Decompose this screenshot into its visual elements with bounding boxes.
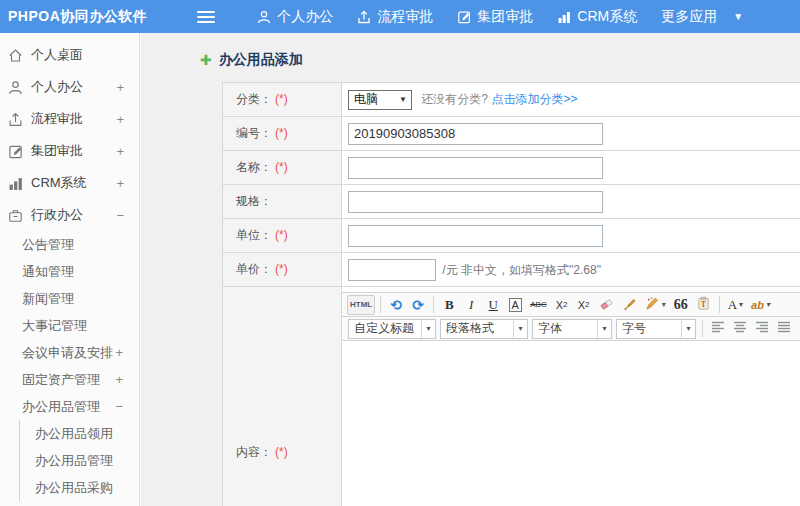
insert-link-button[interactable] [796, 319, 800, 339]
sidebar-item-office-supplies-mgmt[interactable]: 办公用品管理 − [0, 393, 139, 420]
sidebar-item-supplies-purchase[interactable]: 办公用品采购 [20, 474, 139, 501]
sidebar-item-label: 个人桌面 [31, 46, 83, 64]
custom-title-select[interactable]: 自定义标题 ▾ [348, 319, 436, 339]
nav-label: 集团审批 [477, 8, 533, 26]
paragraph-format-select[interactable]: 段落格式 ▾ [440, 319, 528, 339]
content-label: 内容：(*) [223, 287, 342, 506]
sidebar-item-label: 办公用品领用 [35, 425, 113, 443]
nav-crm-system[interactable]: CRM系统 [545, 0, 649, 33]
sidebar-item-label: 固定资产管理 [22, 371, 100, 389]
sidebar-item-news-mgmt[interactable]: 新闻管理 [0, 285, 139, 312]
caret-down-icon: ▾ [739, 300, 743, 309]
align-center-button[interactable] [730, 319, 750, 339]
sidebar-item-group-approval[interactable]: 集团审批 + [0, 135, 139, 167]
price-input[interactable] [348, 259, 436, 281]
align-justify-icon [777, 321, 791, 336]
sidebar-item-personal-desktop[interactable]: 个人桌面 [0, 39, 139, 71]
sidebar-item-meeting-mgmt[interactable]: 会议申请及安排 + [0, 339, 139, 366]
subscript-button[interactable]: X2 [574, 295, 594, 315]
sidebar-item-personal-office[interactable]: 个人办公 + [0, 71, 139, 103]
bold-button[interactable]: B [439, 295, 459, 315]
expand-toggle[interactable]: + [116, 144, 124, 159]
sidebar-item-label: 流程审批 [31, 110, 83, 128]
sidebar-item-label: 新闻管理 [22, 290, 74, 308]
sidebar-item-crm-system[interactable]: CRM系统 + [0, 167, 139, 199]
sidebar-item-label: 集团审批 [31, 142, 83, 160]
expand-toggle[interactable]: + [115, 345, 123, 360]
align-left-button[interactable] [708, 319, 728, 339]
collapse-toggle[interactable]: − [115, 399, 123, 414]
expand-toggle[interactable]: + [115, 372, 123, 387]
page-title: ✚ 办公用品添加 [200, 51, 800, 69]
align-justify-button[interactable] [774, 319, 794, 339]
top-navigation-bar: PHPOA协同办公软件 个人办公 流程审批 集团审批 [0, 0, 800, 33]
highlight-pen-button[interactable]: ▾ [642, 295, 669, 315]
superscript-button[interactable]: X2 [552, 295, 572, 315]
source-code-button[interactable]: HTML [347, 295, 375, 315]
sidebar-item-announcement-mgmt[interactable]: 公告管理 [0, 231, 139, 258]
blockquote-button[interactable]: 66 [671, 295, 691, 315]
app-logo[interactable]: PHPOA协同办公软件 [0, 8, 147, 26]
nav-workflow-approval[interactable]: 流程审批 [345, 0, 445, 33]
user-icon [257, 10, 271, 24]
bar-chart-icon [8, 176, 23, 191]
sidebar-item-workflow-approval[interactable]: 流程审批 + [0, 103, 139, 135]
code-input[interactable] [348, 123, 603, 145]
menu-toggle-icon[interactable] [197, 11, 215, 23]
form-row-spec: 规格： [223, 185, 800, 219]
add-category-link[interactable]: 点击添加分类>> [491, 92, 577, 106]
category-select[interactable]: 电脑 ▼ [348, 90, 412, 110]
expand-toggle[interactable]: + [116, 112, 124, 127]
paste-plain-button[interactable]: T [693, 295, 714, 315]
editor-content-area[interactable] [342, 341, 800, 506]
expand-toggle[interactable]: + [116, 80, 124, 95]
font-size-select[interactable]: 字号 ▾ [616, 319, 696, 339]
sidebar-item-label: 通知管理 [22, 263, 74, 281]
expand-toggle[interactable]: + [116, 176, 124, 191]
undo-button: ⟲ [386, 295, 406, 315]
format-painter-button[interactable] [619, 295, 640, 315]
align-center-icon [733, 321, 747, 336]
nav-label: CRM系统 [577, 8, 637, 26]
sidebar-item-supplies-claim[interactable]: 办公用品领用 [20, 420, 139, 447]
sidebar-item-label: CRM系统 [31, 174, 87, 192]
name-input[interactable] [348, 157, 603, 179]
align-right-button[interactable] [752, 319, 772, 339]
required-mark: (*) [275, 262, 288, 276]
nav-more-apps[interactable]: 更多应用 ▼ [649, 0, 755, 33]
form-row-unit: 单位：(*) [223, 219, 800, 253]
collapse-toggle[interactable]: − [116, 208, 124, 223]
main-content: ✚ 办公用品添加 分类：(*) 电脑 ▼ 还没有分类? 点击添加分类>> 编号：… [141, 33, 800, 506]
eraser-icon [599, 296, 614, 314]
nav-group-approval[interactable]: 集团审批 [445, 0, 545, 33]
clear-format-button[interactable] [596, 295, 617, 315]
strikethrough-button[interactable]: ABC [527, 295, 549, 315]
sidebar-item-label: 会议申请及安排 [22, 344, 113, 362]
sidebar-item-fixed-assets-mgmt[interactable]: 固定资产管理 + [0, 366, 139, 393]
char-border-button[interactable]: A [505, 295, 525, 315]
sidebar-item-supplies-manage[interactable]: 办公用品管理 [20, 447, 139, 474]
spec-label: 规格： [223, 185, 342, 219]
nav-personal-office[interactable]: 个人办公 [245, 0, 345, 33]
font-family-select[interactable]: 字体 ▾ [532, 319, 612, 339]
align-right-icon [755, 321, 769, 336]
spec-input[interactable] [348, 191, 603, 213]
redo-icon[interactable]: ⟳ [412, 297, 424, 313]
underline-button[interactable]: U [483, 295, 503, 315]
form-row-category: 分类：(*) 电脑 ▼ 还没有分类? 点击添加分类>> [223, 83, 800, 117]
editor-toolbar-row2: 自定义标题 ▾ 段落格式 ▾ 字体 ▾ 字号 ▾ [342, 317, 800, 341]
undo-icon[interactable]: ⟲ [390, 297, 402, 313]
office-supplies-submenu: 办公用品领用 办公用品管理 办公用品采购 [19, 420, 139, 501]
background-color-button[interactable]: ab ▾ [748, 295, 773, 315]
sidebar-item-label: 公告管理 [22, 236, 74, 254]
rich-text-editor: HTML ⟲ ⟳ B I U A ABC X2 X2 [342, 292, 800, 506]
form-row-content: 内容：(*) HTML ⟲ ⟳ B I U A ABC [223, 287, 800, 506]
unit-input[interactable] [348, 225, 603, 247]
sidebar-item-notice-mgmt[interactable]: 通知管理 [0, 258, 139, 285]
font-color-button[interactable]: A ▾ [725, 295, 746, 315]
share-up-icon [8, 112, 23, 127]
edit-icon [8, 144, 23, 159]
sidebar-item-admin-office[interactable]: 行政办公 − [0, 199, 139, 231]
italic-button[interactable]: I [461, 295, 481, 315]
sidebar-item-events-mgmt[interactable]: 大事记管理 [0, 312, 139, 339]
